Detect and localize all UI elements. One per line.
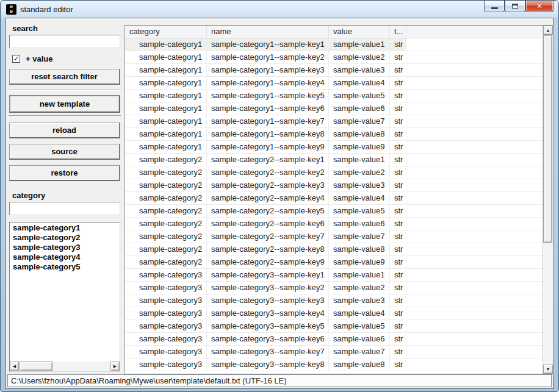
cell-category: sample-category2 bbox=[125, 256, 207, 268]
cell-name: sample-category2--sample-key5 bbox=[207, 205, 329, 217]
search-input[interactable] bbox=[9, 35, 120, 48]
table-row[interactable]: sample-category1sample-category1--sample… bbox=[125, 128, 543, 141]
table-row[interactable]: sample-category1sample-category1--sample… bbox=[125, 115, 543, 128]
cell-category: sample-category3 bbox=[125, 320, 207, 332]
app-icon: »» bbox=[6, 4, 16, 15]
cell-type: str bbox=[390, 294, 406, 307]
scroll-down-icon[interactable]: ▼ bbox=[543, 365, 553, 374]
cell-name: sample-category1--sample-key2 bbox=[207, 51, 329, 63]
cell-value: sample-value4 bbox=[329, 307, 390, 319]
category-list-item[interactable]: sample-category2 bbox=[10, 233, 120, 243]
table-row[interactable]: sample-category1sample-category1--sample… bbox=[125, 38, 543, 51]
cell-filler bbox=[406, 38, 543, 51]
column-header-category[interactable]: category bbox=[125, 26, 207, 38]
category-list-item[interactable]: sample-category3 bbox=[10, 243, 120, 252]
table-row[interactable]: sample-category2sample-category2--sample… bbox=[125, 218, 543, 230]
cell-type: str bbox=[390, 205, 406, 217]
cell-type: str bbox=[390, 218, 406, 230]
category-list-item[interactable]: sample-category1 bbox=[10, 223, 120, 233]
table-row[interactable]: sample-category2sample-category2--sample… bbox=[125, 154, 543, 166]
listbox-horizontal-scrollbar[interactable]: ◀ ▶ bbox=[10, 362, 120, 371]
category-list-item[interactable]: sample-category4 bbox=[10, 252, 120, 262]
cell-name: sample-category2--sample-key7 bbox=[207, 230, 329, 243]
cell-category: sample-category1 bbox=[125, 128, 207, 140]
reload-button[interactable]: reload bbox=[9, 123, 120, 138]
cell-type: str bbox=[390, 192, 406, 204]
table-row[interactable]: sample-category2sample-category2--sample… bbox=[125, 192, 543, 205]
table-row[interactable]: sample-category3sample-category3--sample… bbox=[125, 294, 543, 307]
category-filter-input[interactable] bbox=[9, 202, 120, 215]
table-row[interactable]: sample-category3sample-category3--sample… bbox=[125, 307, 543, 320]
table-row[interactable]: sample-category2sample-category2--sample… bbox=[125, 166, 543, 179]
column-header-name[interactable]: name bbox=[207, 26, 329, 38]
table-header: category name value t... bbox=[125, 26, 543, 38]
table-row[interactable]: sample-category2sample-category2--sample… bbox=[125, 205, 543, 218]
client-area: search ✓ + value reset search filter new… bbox=[5, 18, 554, 389]
cell-value: sample-value9 bbox=[329, 256, 390, 268]
category-listbox[interactable]: sample-category1sample-category2sample-c… bbox=[9, 222, 120, 372]
table-row[interactable]: sample-category1sample-category1--sample… bbox=[125, 141, 543, 154]
table-row[interactable]: sample-category2sample-category2--sample… bbox=[125, 243, 543, 256]
cell-type: str bbox=[390, 320, 406, 332]
cell-category: sample-category1 bbox=[125, 51, 207, 63]
cell-name: sample-category3--sample-key1 bbox=[207, 269, 329, 281]
cell-value: sample-value7 bbox=[329, 115, 390, 127]
cell-filler bbox=[406, 166, 543, 179]
table-row[interactable]: sample-category1sample-category1--sample… bbox=[125, 102, 543, 115]
column-header-value[interactable]: value bbox=[329, 26, 390, 38]
table-row[interactable]: sample-category3sample-category3--sample… bbox=[125, 282, 543, 294]
table-row[interactable]: sample-category3sample-category3--sample… bbox=[125, 346, 543, 358]
scroll-left-icon[interactable]: ◀ bbox=[10, 362, 19, 371]
cell-category: sample-category2 bbox=[125, 192, 207, 204]
scroll-right-icon[interactable]: ▶ bbox=[110, 362, 120, 371]
new-template-button[interactable]: new template bbox=[9, 95, 120, 113]
cell-filler bbox=[406, 346, 543, 358]
maximize-icon bbox=[512, 4, 518, 9]
cell-type: str bbox=[390, 128, 406, 140]
cell-type: str bbox=[390, 358, 406, 371]
table-row[interactable]: sample-category1sample-category1--sample… bbox=[125, 51, 543, 64]
table-row[interactable]: sample-category3sample-category3--sample… bbox=[125, 358, 543, 371]
cell-value: sample-value3 bbox=[329, 294, 390, 307]
category-label: category bbox=[12, 191, 45, 200]
value-checkbox[interactable]: ✓ bbox=[12, 55, 20, 63]
table-row[interactable]: sample-category2sample-category2--sample… bbox=[125, 179, 543, 192]
minimize-button[interactable] bbox=[484, 1, 505, 12]
table-row[interactable]: sample-category1sample-category1--sample… bbox=[125, 77, 543, 90]
scroll-up-icon[interactable]: ▲ bbox=[543, 26, 553, 35]
table-main: category name value t... sample-category… bbox=[125, 26, 543, 374]
vertical-scroll-thumb[interactable] bbox=[543, 35, 552, 243]
cell-filler bbox=[406, 320, 543, 332]
vertical-scroll-track[interactable] bbox=[543, 35, 553, 364]
cell-value: sample-value8 bbox=[329, 128, 390, 140]
cell-name: sample-category1--sample-key5 bbox=[207, 90, 329, 102]
cell-filler bbox=[406, 307, 543, 319]
cell-filler bbox=[406, 64, 543, 76]
titlebar[interactable]: »» standard editor bbox=[1, 1, 558, 18]
cell-category: sample-category1 bbox=[125, 64, 207, 76]
table-row[interactable]: sample-category3sample-category3--sample… bbox=[125, 269, 543, 282]
table-row[interactable]: sample-category1sample-category1--sample… bbox=[125, 64, 543, 77]
category-list-item[interactable]: sample-category5 bbox=[10, 262, 120, 272]
column-header-filler bbox=[406, 26, 543, 38]
maximize-button[interactable] bbox=[505, 1, 525, 12]
table-row[interactable]: sample-category3sample-category3--sample… bbox=[125, 320, 543, 333]
reset-search-filter-button[interactable]: reset search filter bbox=[9, 69, 120, 85]
cell-type: str bbox=[390, 179, 406, 191]
separator bbox=[9, 115, 121, 116]
horizontal-scroll-thumb[interactable] bbox=[20, 362, 52, 371]
column-header-type[interactable]: t... bbox=[390, 26, 406, 38]
close-button[interactable]: ✕ bbox=[525, 1, 554, 12]
table-row[interactable]: sample-category2sample-category2--sample… bbox=[125, 256, 543, 269]
restore-button[interactable]: restore bbox=[9, 165, 120, 181]
table-row[interactable]: sample-category1sample-category1--sample… bbox=[125, 90, 543, 102]
cell-name: sample-category2--sample-key6 bbox=[207, 218, 329, 230]
table-row[interactable]: sample-category3sample-category3--sample… bbox=[125, 333, 543, 346]
cell-category: sample-category1 bbox=[125, 77, 207, 89]
table-row[interactable]: sample-category2sample-category2--sample… bbox=[125, 230, 543, 243]
table-vertical-scrollbar[interactable]: ▲ ▼ bbox=[543, 26, 553, 374]
template-table: category name value t... sample-category… bbox=[124, 25, 554, 374]
source-button[interactable]: source bbox=[9, 144, 120, 160]
cell-type: str bbox=[390, 243, 406, 255]
cell-type: str bbox=[390, 256, 406, 268]
